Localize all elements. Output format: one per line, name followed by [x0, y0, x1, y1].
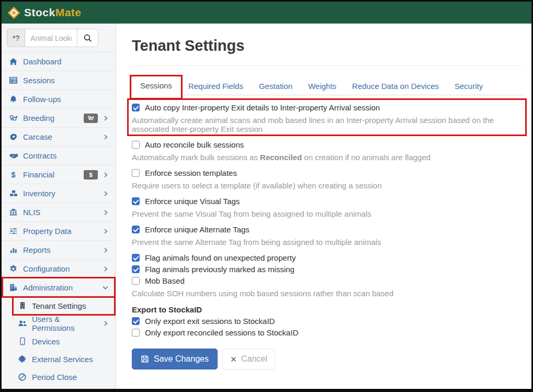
sidebar-item-reports[interactable]: Reports — [2, 240, 116, 259]
sliders-icon — [8, 227, 18, 236]
setting-enforce-unique-visual-tags: Enforce unique Visual Tags Prevent the s… — [132, 197, 523, 218]
sidebar-item-contracts[interactable]: Contracts — [2, 146, 116, 165]
tab-gestation[interactable]: Gestation — [251, 77, 300, 95]
checkbox-row[interactable]: Only export exit sessions to StockaID — [132, 317, 523, 326]
sidebar-item-financial[interactable]: $ Financial $ — [2, 165, 116, 184]
boxes-icon — [8, 189, 18, 198]
tab-reduce-data-on-devices[interactable]: Reduce Data on Devices — [344, 77, 447, 95]
chevron-right-icon — [103, 228, 109, 234]
building-icon — [17, 301, 27, 310]
sidebar-item-configuration[interactable]: Configuration — [2, 259, 116, 278]
tab-weights[interactable]: Weights — [300, 77, 344, 95]
sidebar-item-follow-ups[interactable]: Follow-ups — [2, 89, 116, 108]
sidebar-item-external-services[interactable]: External Services — [2, 350, 116, 368]
chevron-down-icon — [102, 284, 109, 291]
sidebar-item-inventory[interactable]: Inventory — [2, 184, 116, 203]
setting-description: Prevent the same Alternate Tag from bein… — [132, 238, 523, 247]
bank-icon — [8, 208, 18, 217]
animal-lookup-input[interactable] — [25, 29, 77, 47]
dollar-icon: $ — [8, 171, 18, 178]
gear-icon — [8, 264, 18, 273]
checkbox-row[interactable]: Enforce unique Visual Tags — [132, 197, 523, 206]
home-icon — [8, 57, 18, 66]
app-window: StockMate *? — [0, 0, 533, 392]
checkbox-row[interactable]: Flag animals previously marked as missin… — [132, 265, 523, 274]
chevron-right-icon — [103, 172, 109, 178]
checkbox-row[interactable]: Auto copy Inter-property Exit details to… — [132, 103, 523, 112]
checkbox[interactable] — [132, 141, 140, 149]
chevron-right-icon — [103, 209, 109, 216]
sidebar-item-users-permissions[interactable]: Users & Permissions — [2, 315, 116, 332]
setting-description: Automatically create animal scans and mo… — [132, 116, 523, 133]
stockmate-logo-icon — [7, 6, 21, 20]
cancel-button[interactable]: Cancel — [222, 349, 275, 369]
setting-only-export-reconciled-sessions: Only export reconciled sessions to Stock… — [132, 328, 523, 337]
checkbox-label: Flag animals previously marked as missin… — [145, 265, 294, 274]
sidebar-item-nlis[interactable]: NLIS — [2, 203, 116, 221]
checkbox[interactable] — [132, 317, 140, 325]
checkbox-label: Enforce session templates — [145, 169, 237, 177]
setting-auto-reconcile-bulk: Auto reconcile bulk sessions Automatical… — [132, 140, 523, 162]
sidebar-item-devices[interactable]: Devices — [2, 332, 116, 350]
checkbox-label: Enforce unique Alternate Tags — [145, 225, 250, 234]
checkbox-row[interactable]: Only export reconciled sessions to Stock… — [132, 328, 523, 337]
search-button[interactable] — [77, 29, 98, 47]
tab-required-fields[interactable]: Required Fields — [180, 77, 251, 95]
tab-sessions[interactable]: Sessions — [132, 76, 180, 95]
page-title: Tenant Settings — [132, 37, 523, 54]
checkbox-label: Mob Based — [145, 276, 185, 285]
setting-mob-based: Mob Based Calculate SOH numbers using mo… — [132, 276, 523, 298]
setting-flag-marked-missing: Flag animals previously marked as missin… — [132, 265, 523, 274]
title-divider — [132, 65, 523, 66]
search-icon — [83, 33, 92, 42]
checkbox-row[interactable]: Enforce unique Alternate Tags — [132, 225, 523, 234]
save-icon — [141, 355, 149, 363]
checkbox-row[interactable]: Flag animals found on unexpected propert… — [132, 253, 523, 262]
checkbox[interactable] — [132, 197, 140, 205]
export-to-stockaid-heading: Export to StockaID — [132, 305, 523, 314]
checkbox[interactable] — [132, 329, 140, 337]
checkbox-row[interactable]: Mob Based — [132, 276, 523, 285]
sidebar-item-administration[interactable]: Administration — [2, 278, 116, 297]
sidebar-item-sessions[interactable]: Sessions — [2, 71, 116, 89]
settings-panel: Auto copy Inter-property Exit details to… — [132, 103, 523, 369]
setting-enforce-session-templates: Enforce session templates Require users … — [132, 169, 523, 190]
financial-badge: $ — [84, 170, 98, 180]
table-icon — [8, 76, 18, 85]
setting-description: Calculate SOH numbers using mob based se… — [132, 289, 523, 298]
checkbox[interactable] — [132, 254, 140, 262]
breeding-gender-icon — [8, 114, 18, 122]
animal-lookup-group: *? — [7, 29, 110, 47]
save-changes-button[interactable]: Save Changes — [132, 349, 218, 369]
checkbox-row[interactable]: Enforce session templates — [132, 169, 523, 177]
checkbox-row[interactable]: Auto reconcile bulk sessions — [132, 140, 523, 149]
checkbox[interactable] — [132, 265, 140, 273]
sidebar-item-tenant-settings[interactable]: Tenant Settings — [2, 297, 116, 315]
sidebar-item-dashboard[interactable]: Dashboard — [2, 52, 116, 71]
checkbox[interactable] — [132, 277, 140, 285]
stockmate-logo[interactable]: StockMate — [7, 6, 82, 20]
handshake-icon — [8, 151, 18, 161]
checkbox-label: Enforce unique Visual Tags — [145, 197, 240, 206]
sidebar-item-breeding[interactable]: Breeding — [2, 108, 116, 127]
sidebar-item-property-data[interactable]: Property Data — [2, 221, 116, 240]
checkbox-label: Auto reconcile bulk sessions — [145, 140, 244, 149]
bell-icon — [8, 95, 18, 104]
sidebar-item-carcase[interactable]: Carcase — [2, 127, 116, 146]
sidebar-item-period-close[interactable]: Period Close — [2, 368, 116, 386]
setting-flag-unexpected-property: Flag animals found on unexpected propert… — [132, 253, 523, 262]
close-icon — [230, 356, 237, 363]
checkbox[interactable] — [132, 104, 140, 111]
wildcard-hint-button[interactable]: *? — [7, 29, 25, 47]
tab-bar: Sessions Required Fields Gestation Weigh… — [132, 76, 523, 95]
chevron-right-icon — [103, 134, 109, 140]
checkbox-label: Only export exit sessions to StockaID — [145, 317, 275, 326]
setting-auto-copy-inter-property: Auto copy Inter-property Exit details to… — [132, 103, 523, 133]
chevron-right-icon — [103, 247, 109, 253]
tab-security[interactable]: Security — [447, 77, 491, 95]
chevron-right-icon — [103, 191, 109, 197]
checkbox[interactable] — [132, 226, 140, 233]
checkbox[interactable] — [132, 169, 140, 177]
sidebar: *? Dashboard — [2, 24, 116, 389]
chevron-right-icon — [103, 115, 109, 121]
